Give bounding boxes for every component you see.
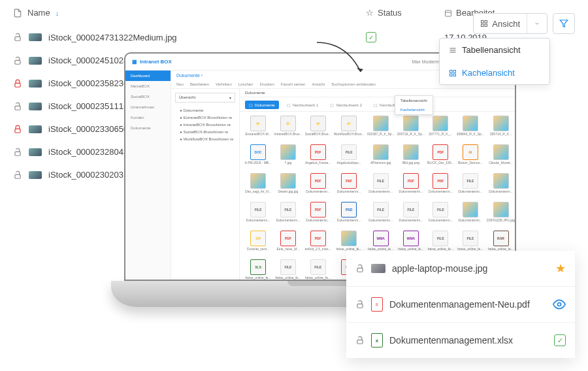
doc-name: Dokumentenm... (427, 218, 454, 222)
card-row[interactable]: apple-laptop-mouse.jpg ★ (346, 251, 575, 287)
pdf-icon: PDF (341, 173, 357, 189)
col-name-header[interactable]: Name ↓ (13, 8, 366, 18)
document-tile[interactable]: FILE Dokumentenm... (245, 202, 271, 228)
document-tile[interactable]: FILE Angebotsdispo... (334, 144, 365, 170)
tab[interactable]: ▢Dokumente (245, 101, 279, 109)
file-icon: FILE (280, 259, 296, 275)
svg-rect-12 (485, 24, 487, 27)
pdf-icon: PDF (403, 173, 419, 189)
card-row[interactable]: x Dokumentenmanagement.xlsx ✓ (346, 323, 575, 358)
overview-dropdown[interactable]: Übersicht ▾ (175, 93, 235, 103)
document-tile[interactable]: Das_sagt_ihr_N... (245, 173, 271, 199)
document-tile[interactable]: 328843_R_K_Sp... (457, 116, 484, 142)
document-tile[interactable]: FILE Dokumentenm... (367, 173, 395, 199)
card-filename: apple-laptop-mouse.jpg (392, 263, 549, 274)
document-tile[interactable]: 📁 IntranetBOX.Bros... (274, 116, 302, 142)
wma-icon: WMA (373, 231, 389, 246)
toolbar-button[interactable]: Ansicht (312, 82, 325, 86)
document-tile[interactable]: PDF Angebot_Kasse... (305, 144, 331, 170)
toolbar-button[interactable]: Drucken (259, 82, 274, 86)
ansicht-menu-item-label: Kachelansicht (462, 68, 515, 78)
sidebar-item[interactable]: Dashboard (125, 71, 171, 81)
doc-name: 205716_R_K_Sp... (397, 132, 425, 136)
toolbar-button[interactable]: Favorit setzen (281, 82, 306, 86)
document-tile[interactable]: FILE Dokumentenm... (274, 202, 302, 228)
document-tile[interactable]: FILE Dokumentenm... (397, 202, 425, 228)
ansicht-mini-table[interactable]: Tabellenansicht (395, 96, 433, 105)
toolbar-button[interactable]: Neu (176, 82, 184, 86)
document-tile[interactable]: PSD Dokumentenm... (334, 202, 365, 228)
doc-name: Claude_Monet... (487, 161, 515, 165)
toolbar-button[interactable]: Verlinken (216, 82, 232, 86)
document-tile[interactable]: Desert.jpg.jpg (274, 173, 302, 199)
ansicht-mini-tiles[interactable]: Kachelansicht (395, 105, 433, 114)
document-tile[interactable]: 031587_R_K_Sp... (367, 116, 395, 142)
tab[interactable]: ▢Netzlaufwerk 2 (326, 101, 366, 109)
doc-name: Dokumentenm... (367, 189, 395, 193)
doc-name: Button_Demos... (457, 161, 484, 165)
document-tile[interactable]: FILE Dokumentenm... (427, 202, 454, 228)
toolbar-button[interactable]: Löschen (238, 82, 253, 86)
document-tile[interactable]: Dokumentenm... (487, 173, 515, 199)
document-tile[interactable]: XLS heise_online_fe... (245, 259, 271, 280)
lock-open-icon (13, 102, 22, 111)
document-tile[interactable]: PDF BLICK_Der_150... (427, 144, 454, 170)
document-tile[interactable]: Bild.jpg.png (397, 144, 425, 170)
ansicht-menu-tiles[interactable]: Kachelansicht (440, 61, 549, 84)
document-tile[interactable]: PDF enfold_2.5_man... (305, 231, 331, 257)
document-tile[interactable]: APremium.jpg (367, 144, 395, 170)
document-tile[interactable]: AI Button_Demos... (457, 144, 484, 170)
doc-name: Dokumentenm... (457, 218, 484, 222)
doc-name: Desert.jpg.jpg (274, 189, 302, 193)
svg-rect-8 (15, 174, 20, 178)
document-tile[interactable]: 📁 WorkflowBOX.Bros... (334, 116, 365, 142)
col-status-header[interactable]: ☆ Status (366, 8, 444, 18)
doc-name: 207771_R_K_... (427, 132, 454, 136)
pdf-icon: PDF (310, 202, 326, 218)
sidebar-item[interactable]: Dokumente (125, 123, 171, 133)
document-tile[interactable]: DSF01239.JPG.jpg (487, 202, 515, 228)
document-tile[interactable]: PDF Dokumentenm... (305, 173, 331, 199)
document-tile[interactable]: Dokumentenm... (457, 202, 484, 228)
file-icon: FILE (463, 231, 478, 246)
card-row[interactable]: ≡ Dokumentenmanagement-Neu.pdf (346, 287, 575, 323)
lock-open-icon (355, 264, 365, 273)
document-tile[interactable]: 335714_R_K... (487, 116, 515, 142)
tree-folder[interactable]: ▸ IntranetBOX Broschüren re (175, 121, 235, 128)
document-tile[interactable]: FILE heise_online_fe... (274, 259, 302, 280)
tree-folder[interactable]: ▸ ExtranetBOX Broschüren re (175, 114, 235, 121)
document-tile[interactable]: 205716_R_K_Sp... (397, 116, 425, 142)
document-tile[interactable]: PDF Dokumentenm... (305, 202, 331, 228)
ansicht-menu-table[interactable]: Tabellenansicht (440, 39, 549, 61)
tree-folder[interactable]: ▸ SocialBOX-Broschüren re (175, 128, 235, 135)
doc-name: Eine_neue_M... (274, 247, 302, 251)
toolbar-button[interactable]: Bearbeiten (190, 82, 209, 86)
document-tile[interactable]: 207771_R_K_... (427, 116, 454, 142)
sidebar-item[interactable]: MeineBOX (125, 81, 171, 91)
document-tile[interactable]: FILE Dokumentenm... (457, 173, 484, 199)
tab[interactable]: ▢Netzlaufwerk 1 (283, 101, 323, 109)
sidebar-item[interactable]: Kunden (125, 112, 171, 123)
toolbar-button[interactable]: Suchoptionen einblenden (331, 82, 376, 86)
document-tile[interactable]: 7.jpg (274, 144, 302, 170)
svg-rect-22 (357, 268, 363, 272)
document-tile[interactable]: DOC 6 PM 2018 - MB... (245, 144, 271, 170)
app-logo[interactable]: ▦ Intranet BOX (132, 59, 172, 65)
document-tile[interactable]: PDF Dokumentenm... (334, 173, 365, 199)
tree-folder[interactable]: ▸ WorkflowBOX Broschüren re (175, 135, 235, 142)
document-tile[interactable]: ZIP Duranet_cent... (245, 231, 271, 257)
tree-folder[interactable]: ▸ Dokumente (175, 106, 235, 114)
document-tile[interactable]: PDF Eine_neue_M... (274, 231, 302, 257)
sidebar-item[interactable]: SocialBOX (125, 91, 171, 102)
document-tile[interactable]: 📁 SocialBOX.Bros... (305, 116, 331, 142)
document-tile[interactable]: PDF Dokumentenm... (397, 173, 425, 199)
doc-name: heise_online_fe... (274, 276, 302, 280)
filter-button[interactable] (553, 13, 575, 34)
document-tile[interactable]: Claude_Monet... (487, 144, 515, 170)
ansicht-dropdown-button[interactable]: Ansicht (473, 13, 547, 34)
document-tile[interactable]: FILE Dokumentenm... (367, 202, 395, 228)
document-tile[interactable]: PDF Dokumentenm... (427, 173, 454, 199)
document-tile[interactable]: FILE heise_online_fe... (305, 259, 331, 280)
sidebar-item[interactable]: Unternehmen (125, 102, 171, 112)
document-tile[interactable]: 📁 ExtranetBOX-M... (245, 116, 271, 142)
